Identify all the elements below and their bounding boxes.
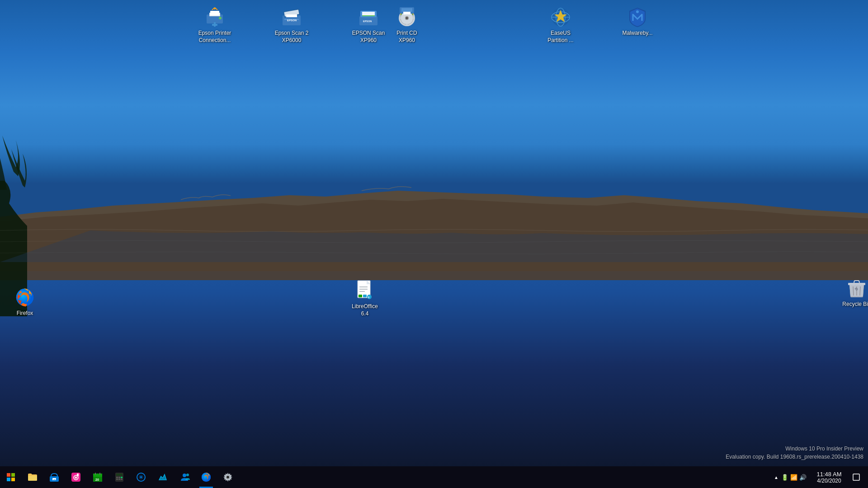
malwarebytes-icon	[627, 6, 648, 28]
svg-rect-38	[359, 295, 362, 297]
svg-rect-66	[118, 479, 120, 480]
recycle-bin-icon	[846, 277, 868, 299]
svg-rect-64	[121, 477, 123, 478]
groove-music-icon	[71, 472, 81, 483]
taskbar-settings[interactable]	[217, 466, 239, 488]
svg-point-5	[219, 17, 222, 19]
svg-rect-63	[118, 477, 120, 478]
clock-time: 11:48 AM	[817, 471, 842, 478]
svg-point-53	[75, 477, 77, 479]
svg-point-74	[202, 473, 211, 482]
taskbar-calendar[interactable]: 20	[87, 466, 108, 488]
taskbar-groove-music[interactable]	[65, 466, 87, 488]
network-icon[interactable]: 📶	[790, 474, 797, 481]
epson-printer-label: Epson Printer Connection...	[198, 30, 231, 44]
desktop-icon-malwarebytes[interactable]: Malwareby...	[617, 5, 658, 39]
desktop-icon-epson-scan-xp[interactable]: EPSON EPSON Scan XP960	[348, 5, 389, 46]
svg-rect-57	[95, 473, 96, 475]
svg-rect-4	[210, 11, 219, 15]
taskbar-people[interactable]	[174, 466, 195, 488]
epson-scan-xp-icon: EPSON	[358, 6, 379, 28]
svg-rect-62	[116, 477, 118, 478]
taskbar-file-explorer[interactable]	[22, 466, 43, 488]
svg-point-72	[186, 474, 189, 476]
epson-scan-xp-label: EPSON Scan XP960	[352, 30, 385, 44]
taskbar-peak-desktop[interactable]	[152, 466, 174, 488]
svg-text:EPSON: EPSON	[363, 20, 372, 23]
svg-rect-56	[93, 474, 102, 477]
easeus-icon	[550, 6, 571, 28]
taskbar-store[interactable]: shop	[43, 466, 65, 488]
desktop-icon-libreoffice[interactable]: 6 LibreOffice 6.4	[344, 278, 385, 319]
print-cd-icon	[396, 6, 418, 28]
svg-point-75	[226, 476, 229, 479]
store-icon: shop	[49, 472, 60, 483]
desktop-icon-epson-scan2[interactable]: EPSON Epson Scan 2 XP6000	[271, 5, 312, 46]
desktop-icon-easeus[interactable]: EaseUS Partition ...	[540, 5, 581, 46]
svg-point-31	[636, 10, 639, 13]
svg-point-23	[406, 17, 408, 19]
notification-center-button[interactable]	[848, 466, 864, 488]
svg-rect-26	[403, 12, 410, 14]
svg-rect-25	[401, 8, 412, 12]
taskbar: shop	[0, 466, 868, 488]
desktop-icon-recycle-bin[interactable]: Recycle Bin	[839, 276, 868, 310]
svg-rect-42	[848, 283, 865, 285]
calendar-icon: 20	[92, 472, 103, 483]
svg-point-70	[140, 476, 142, 478]
svg-text:shop: shop	[53, 479, 58, 481]
desktop-icon-firefox[interactable]: Firefox	[5, 285, 45, 319]
taskbar-clock[interactable]: 11:48 AM 4/20/2020	[811, 466, 847, 488]
svg-rect-44	[11, 473, 15, 477]
battery-icon[interactable]: 🔋	[781, 474, 788, 481]
svg-text:20: 20	[95, 478, 99, 481]
firefox-desktop-label: Firefox	[17, 310, 33, 317]
volume-icon[interactable]: 🔊	[799, 474, 807, 481]
taskbar-cortana[interactable]	[130, 466, 152, 488]
svg-rect-65	[116, 479, 118, 480]
svg-rect-46	[11, 478, 15, 481]
epson-scan2-icon: EPSON	[281, 6, 302, 28]
taskbar-firefox-icon	[201, 472, 212, 483]
taskbar-apps: shop	[22, 466, 769, 488]
svg-rect-39	[363, 295, 367, 297]
people-icon	[179, 472, 190, 483]
epson-printer-icon	[204, 6, 226, 28]
taskbar-calculator[interactable]	[108, 466, 130, 488]
svg-point-71	[183, 474, 186, 477]
libreoffice-label: LibreOffice 6.4	[352, 303, 378, 317]
desktop-icon-print-cd[interactable]: Print CD XP960	[387, 5, 427, 46]
firefox-icon	[14, 286, 36, 308]
svg-rect-12	[286, 14, 297, 17]
svg-rect-76	[853, 474, 859, 480]
svg-rect-17	[362, 15, 375, 16]
print-cd-label: Print CD XP960	[396, 30, 417, 44]
taskbar-firefox[interactable]	[195, 466, 217, 488]
desktop-icon-epson-printer[interactable]: Epson Printer Connection...	[194, 5, 235, 46]
desktop-icons-container: Epson Printer Connection... EPSON	[0, 0, 868, 466]
peak-icon	[157, 472, 168, 483]
svg-rect-58	[99, 473, 100, 475]
desktop: Epson Printer Connection... EPSON	[0, 0, 868, 488]
tray-icons-group[interactable]: ▲ 🔋 📶 🔊	[769, 474, 810, 481]
svg-rect-67	[121, 479, 123, 480]
windows-logo-icon	[7, 473, 15, 481]
calculator-icon	[114, 472, 125, 483]
epson-scan2-label: Epson Scan 2 XP6000	[275, 30, 309, 44]
taskbar-tray: ▲ 🔋 📶 🔊 11:48 AM 4/20/2020	[769, 466, 868, 488]
file-explorer-icon	[27, 472, 38, 483]
malwarebytes-label: Malwareby...	[622, 30, 652, 37]
settings-icon	[222, 472, 233, 483]
show-hidden-icons[interactable]: ▲	[773, 475, 779, 480]
notification-icon	[853, 474, 860, 481]
recycle-bin-label: Recycle Bin	[842, 301, 868, 308]
svg-rect-43	[7, 473, 10, 477]
svg-rect-45	[7, 478, 10, 481]
start-button[interactable]	[0, 466, 22, 488]
clock-date: 4/20/2020	[817, 478, 841, 484]
svg-rect-61	[116, 474, 123, 476]
svg-rect-7	[212, 24, 217, 26]
easeus-label: EaseUS Partition ...	[547, 30, 573, 44]
libreoffice-icon: 6	[354, 280, 376, 301]
svg-text:EPSON: EPSON	[287, 19, 297, 22]
